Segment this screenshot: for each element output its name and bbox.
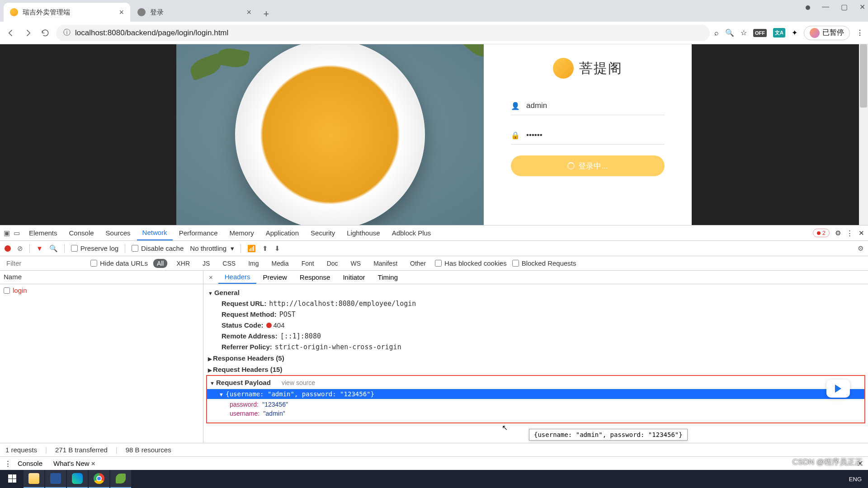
extension-badge[interactable]: OFF bbox=[753, 29, 767, 37]
request-list-header[interactable]: Name bbox=[0, 271, 203, 284]
translate-icon[interactable]: 文A bbox=[773, 28, 785, 38]
detail-tab-initiator[interactable]: Initiator bbox=[336, 271, 371, 283]
back-button[interactable] bbox=[5, 27, 17, 39]
tab-application[interactable]: Application bbox=[260, 226, 304, 240]
tray-lang[interactable]: ENG bbox=[849, 476, 862, 483]
filter-js[interactable]: JS bbox=[199, 259, 213, 268]
hide-data-urls-checkbox[interactable]: Hide data URLs bbox=[90, 259, 148, 267]
devtools-close-icon[interactable]: ✕ bbox=[859, 229, 864, 237]
payload-row[interactable]: password: "123456" bbox=[207, 400, 864, 409]
close-tab-button[interactable]: × bbox=[119, 8, 124, 17]
request-row-checkbox[interactable] bbox=[4, 287, 10, 294]
password-key-icon[interactable]: ⌕ bbox=[714, 29, 719, 37]
tab-security[interactable]: Security bbox=[305, 226, 340, 240]
filter-img[interactable]: Img bbox=[245, 259, 262, 268]
record-button[interactable] bbox=[5, 245, 11, 252]
system-tray[interactable]: ENG bbox=[849, 476, 866, 483]
filter-ws[interactable]: WS bbox=[347, 259, 365, 268]
close-tab-button[interactable]: × bbox=[246, 8, 251, 17]
device-toggle-icon[interactable]: ▭ bbox=[14, 229, 20, 237]
drawer-tab-console[interactable]: Console bbox=[13, 458, 47, 469]
taskbar-chrome[interactable] bbox=[89, 470, 109, 488]
bookmark-star-icon[interactable]: ☆ bbox=[741, 28, 747, 37]
taskbar-word[interactable] bbox=[45, 470, 66, 488]
filter-doc[interactable]: Doc bbox=[323, 259, 342, 268]
taskbar-pycharm[interactable] bbox=[67, 470, 88, 488]
tab-memory[interactable]: Memory bbox=[224, 226, 259, 240]
drawer-menu-icon[interactable]: ⋮ bbox=[5, 460, 11, 468]
detail-tab-response[interactable]: Response bbox=[293, 271, 337, 283]
filter-other[interactable]: Other bbox=[406, 259, 429, 268]
clear-button[interactable]: ⊘ bbox=[17, 244, 23, 253]
forward-button[interactable] bbox=[22, 27, 34, 39]
profile-chip[interactable]: 已暂停 bbox=[804, 26, 850, 40]
tab-adblock[interactable]: Adblock Plus bbox=[387, 226, 437, 240]
tab-sources[interactable]: Sources bbox=[100, 226, 136, 240]
filter-manifest[interactable]: Manifest bbox=[370, 259, 401, 268]
page-scrollbar[interactable] bbox=[859, 44, 868, 225]
taskbar-explorer[interactable] bbox=[24, 470, 44, 488]
minimize-button[interactable]: — bbox=[822, 3, 829, 11]
site-info-icon[interactable]: ⓘ bbox=[63, 28, 71, 38]
extensions-puzzle-icon[interactable]: ✦ bbox=[792, 28, 797, 37]
filter-font[interactable]: Font bbox=[298, 259, 318, 268]
view-source-link[interactable]: view source bbox=[282, 379, 315, 386]
detail-tab-timing[interactable]: Timing bbox=[372, 271, 404, 283]
payload-row[interactable]: username: "admin" bbox=[207, 409, 864, 418]
payload-summary-selected[interactable]: {username: "admin", password: "123456"} bbox=[207, 389, 864, 399]
filter-css[interactable]: CSS bbox=[219, 259, 239, 268]
preserve-log-checkbox[interactable]: Preserve log bbox=[71, 244, 118, 252]
close-detail-button[interactable]: × bbox=[203, 273, 218, 281]
account-icon[interactable] bbox=[806, 5, 810, 10]
filter-xhr[interactable]: XHR bbox=[173, 259, 193, 268]
devtools-menu-icon[interactable]: ⋮ bbox=[846, 229, 853, 237]
tab-lighthouse[interactable]: Lighthouse bbox=[341, 226, 385, 240]
filter-input[interactable] bbox=[4, 258, 85, 269]
network-conditions-icon[interactable]: 📶 bbox=[247, 244, 256, 253]
close-window-button[interactable]: ✕ bbox=[859, 3, 865, 11]
drawer-tab-whatsnew[interactable]: What's New × bbox=[49, 458, 100, 469]
tab-performance[interactable]: Performance bbox=[174, 226, 223, 240]
filter-all[interactable]: All bbox=[153, 259, 168, 268]
reload-button[interactable] bbox=[39, 27, 52, 39]
browser-tab-active[interactable]: 瑞吉外卖管理端 × bbox=[4, 3, 130, 22]
error-count-badge[interactable]: 2 bbox=[813, 229, 830, 237]
export-har-icon[interactable]: ⬇ bbox=[274, 244, 280, 253]
request-row-login[interactable]: login bbox=[0, 284, 203, 296]
status-dot-icon bbox=[266, 323, 272, 328]
url-field[interactable]: ⓘ localhost:8080/backend/page/login/logi… bbox=[56, 25, 710, 41]
password-input[interactable] bbox=[526, 131, 665, 140]
section-request-headers[interactable]: Request Headers (15) bbox=[203, 364, 868, 375]
taskbar-app[interactable] bbox=[110, 470, 131, 488]
inspect-element-icon[interactable]: ▣ bbox=[4, 229, 10, 237]
detail-tab-preview[interactable]: Preview bbox=[256, 271, 293, 283]
browser-tab-inactive[interactable]: 登录 × bbox=[131, 3, 258, 22]
throttling-select[interactable]: No throttling ▾ bbox=[190, 244, 234, 253]
search-icon[interactable]: 🔍 bbox=[49, 244, 58, 253]
section-response-headers[interactable]: Response Headers (5) bbox=[203, 352, 868, 364]
section-request-payload[interactable]: Request Payload view source bbox=[207, 377, 864, 388]
filter-media[interactable]: Media bbox=[268, 259, 292, 268]
blocked-requests-checkbox[interactable]: Blocked Requests bbox=[512, 259, 576, 267]
play-overlay-button[interactable] bbox=[826, 380, 850, 398]
section-general[interactable]: General bbox=[203, 287, 868, 298]
filter-toggle-icon[interactable]: ▼ bbox=[36, 244, 43, 252]
tab-elements[interactable]: Elements bbox=[24, 226, 63, 240]
disable-cache-checkbox[interactable]: Disable cache bbox=[132, 244, 184, 252]
network-settings-icon[interactable]: ⚙ bbox=[858, 244, 863, 253]
tab-console[interactable]: Console bbox=[64, 226, 99, 240]
tab-network[interactable]: Network bbox=[137, 225, 173, 240]
blocked-cookies-checkbox[interactable]: Has blocked cookies bbox=[435, 259, 507, 267]
request-detail: × Headers Preview Response Initiator Tim… bbox=[203, 271, 868, 443]
username-input[interactable] bbox=[526, 101, 665, 110]
devtools-settings-icon[interactable]: ⚙ bbox=[835, 229, 841, 237]
import-har-icon[interactable]: ⬆ bbox=[262, 244, 268, 253]
login-button[interactable]: 登录中... bbox=[511, 155, 665, 176]
start-button[interactable] bbox=[2, 470, 23, 488]
zoom-icon[interactable]: 🔍 bbox=[725, 28, 734, 37]
close-whatsnew-icon[interactable]: × bbox=[91, 460, 95, 467]
chrome-menu-button[interactable]: ⋮ bbox=[856, 28, 863, 37]
new-tab-button[interactable]: + bbox=[259, 6, 274, 22]
detail-tab-headers[interactable]: Headers bbox=[218, 271, 257, 284]
maximize-button[interactable]: ▢ bbox=[841, 3, 848, 11]
